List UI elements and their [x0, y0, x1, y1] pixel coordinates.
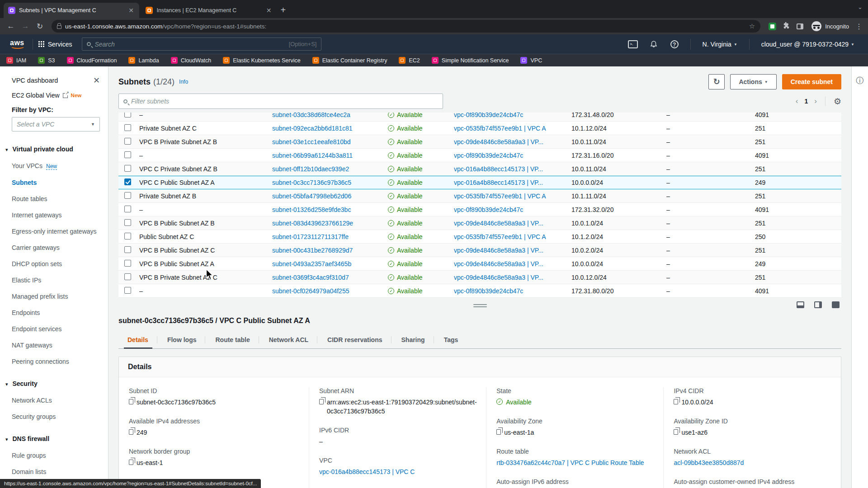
refresh-button[interactable]: ↻ [708, 74, 725, 89]
sidebar-item[interactable]: DNS firewall [5, 435, 100, 444]
row-checkbox[interactable] [124, 246, 131, 253]
subnet-id-link[interactable]: subnet-092eca2bb6d181c81 [272, 125, 388, 132]
favorite-service-link[interactable]: VPC [520, 57, 542, 64]
vpc-link[interactable]: vpc-09de4846c8e58a9a3 | VP... [454, 274, 571, 281]
row-checkbox[interactable] [124, 219, 131, 226]
reload-button[interactable]: ↻ [33, 22, 46, 31]
details-tab[interactable]: Tags [435, 332, 467, 348]
vpc-link[interactable]: vpc-0f890b39de24cb47c [454, 113, 571, 118]
notifications-bell-icon[interactable] [643, 40, 664, 48]
table-row[interactable]: Private Subnet AZ B subnet-05bfa47998eb6… [118, 189, 841, 203]
page-number[interactable]: 1 [804, 98, 808, 105]
subnet-id-link[interactable]: subnet-0493a2357aef3465b [272, 260, 388, 267]
actions-button[interactable]: Actions▼ [730, 74, 776, 89]
sidebar-item[interactable]: Endpoints [12, 309, 100, 317]
sidebar-item[interactable]: Security groups [12, 413, 100, 421]
sidebar-item[interactable]: Carrier gateways [12, 244, 100, 252]
next-page-button[interactable]: › [814, 97, 817, 106]
table-row[interactable]: VPC B Public Subnet AZ C subnet-00c431be… [118, 244, 841, 257]
table-row[interactable]: VPC B Private Subnet AZ C subnet-0369f3c… [118, 271, 841, 284]
sidebar-item[interactable]: Egress-only internet gateways [12, 227, 100, 236]
sidebar-item[interactable]: Your VPCsNew [12, 162, 100, 171]
copy-icon[interactable] [674, 429, 678, 435]
row-checkbox[interactable] [124, 138, 131, 145]
new-tab-button[interactable]: + [280, 5, 286, 15]
help-icon[interactable]: ? [664, 40, 685, 48]
vpc-link[interactable]: vpc-09de4846c8e58a9a3 | VP... [454, 138, 571, 145]
details-tab[interactable]: CIDR reservations [318, 332, 392, 348]
extension-icon[interactable] [769, 23, 776, 30]
row-checkbox[interactable] [124, 233, 131, 239]
row-checkbox[interactable] [124, 273, 131, 280]
copy-icon[interactable] [496, 429, 501, 435]
favorite-service-link[interactable]: Simple Notification Service [432, 57, 509, 64]
layout-bottom-panel-icon[interactable] [797, 301, 804, 308]
subnet-id-link[interactable]: subnet-0ff12b10daec939e2 [272, 165, 388, 173]
vpc-link[interactable]: vpc-0f890b39de24cb47c [454, 206, 571, 213]
table-row[interactable]: Private Subnet AZ C subnet-092eca2bb6d18… [118, 122, 841, 135]
back-button[interactable]: ← [5, 22, 17, 31]
copy-icon[interactable] [674, 399, 678, 404]
sidebar-item[interactable]: Security [5, 380, 100, 389]
row-checkbox[interactable] [124, 260, 131, 267]
filter-subnets-input[interactable]: Filter subnets [118, 94, 443, 109]
vpc-filter-select[interactable]: Select a VPC ▼ [12, 117, 100, 131]
forward-button[interactable]: → [19, 22, 32, 31]
row-checkbox[interactable] [124, 113, 131, 117]
sidebar-item[interactable]: Network ACLs [12, 396, 100, 405]
table-row[interactable]: – subnet-06b99a61244b3a811 ✓Available vp… [118, 149, 841, 162]
row-checkbox[interactable] [124, 124, 131, 131]
table-row[interactable]: VPC B Public Subnet AZ A subnet-0493a235… [118, 257, 841, 271]
sidebar-item[interactable]: Rule groups [12, 451, 100, 460]
favorite-service-link[interactable]: CloudFormation [67, 57, 117, 64]
address-bar[interactable]: us-east-1.console.aws.amazon.com/vpc/hom… [52, 20, 760, 33]
favorite-service-link[interactable]: S3 [38, 57, 55, 64]
subnet-id-link[interactable]: subnet-0c3cc7136c97b36c5 [272, 179, 388, 186]
vpc-link[interactable]: vpc-0f890b39de24cb47c [454, 152, 571, 159]
vpc-link[interactable]: vpc-0535fb74f557ee9b1 | VPC A [454, 233, 571, 240]
subnet-id-link[interactable]: subnet-083d439623766129e [272, 220, 388, 227]
vpc-link[interactable]: vpc-016a4b88ecc145173 | VP... [454, 165, 571, 173]
sidebar-item[interactable]: Subnets [12, 178, 100, 187]
table-row[interactable]: VPC B Private Subnet AZ B subnet-03e1cc1… [118, 135, 841, 149]
sidebar-item[interactable]: Domain lists [12, 468, 100, 476]
services-menu[interactable]: Services [38, 41, 72, 48]
sidebar-ec2-global-view-link[interactable]: EC2 Global View [12, 92, 60, 99]
tab-close-icon[interactable]: ✕ [265, 7, 273, 14]
vpc-link[interactable]: vpc-0535fb74f557ee9b1 | VPC A [454, 192, 571, 200]
sidebar-item[interactable]: Route tables [12, 195, 100, 203]
browser-menu-icon[interactable]: ⋮ [854, 22, 863, 31]
sidebar-item[interactable]: Endpoint services [12, 325, 100, 333]
sidebar-item[interactable]: Internet gateways [12, 211, 100, 220]
vpc-link[interactable]: vpc-0535fb74f557ee9b1 | VPC A [454, 125, 571, 132]
table-row[interactable]: – subnet-03dc38d68fce4ec2a ✓Available vp… [118, 113, 841, 122]
details-tab[interactable]: Sharing [392, 332, 434, 348]
favorite-service-link[interactable]: IAM [6, 57, 26, 64]
splitter-drag-handle[interactable] [473, 304, 487, 307]
create-subnet-button[interactable]: Create subnet [782, 74, 841, 89]
favorite-service-link[interactable]: Elastic Kubernetes Service [223, 57, 300, 64]
browser-tab[interactable]: Instances | EC2 Management C ✕ [141, 3, 277, 18]
subnet-id-link[interactable]: subnet-03dc38d68fce4ec2a [272, 113, 388, 118]
tab-search-chevron-icon[interactable]: ⌄ [858, 4, 863, 10]
row-checkbox[interactable] [124, 165, 131, 172]
row-checkbox[interactable] [124, 287, 131, 294]
copy-icon[interactable] [129, 460, 133, 465]
table-row[interactable]: VPC C Public Subnet AZ A subnet-0c3cc713… [118, 176, 841, 189]
layout-side-panel-icon[interactable] [814, 301, 822, 308]
details-tab[interactable]: Route table [206, 332, 259, 348]
table-row[interactable]: Public Subnet AZ C subnet-01723112711317… [118, 230, 841, 244]
sidebar-item[interactable]: NAT gateways [12, 341, 100, 350]
subnet-id-link[interactable]: subnet-05bfa47998eb62d06 [272, 192, 388, 200]
vpc-link[interactable]: vpc-09de4846c8e58a9a3 | VP... [454, 260, 571, 267]
layout-full-table-icon[interactable] [832, 301, 840, 308]
favorite-service-link[interactable]: CloudWatch [171, 57, 212, 64]
sidebar-item[interactable]: Elastic IPs [12, 276, 100, 285]
subnet-id-link[interactable]: subnet-01723112711317ffe [272, 233, 388, 240]
browser-tab[interactable]: Subnets | VPC Management C ✕ [4, 3, 139, 18]
copy-icon[interactable] [129, 429, 133, 435]
table-settings-gear-icon[interactable]: ⚙ [834, 96, 841, 107]
table-row[interactable]: VPC B Public Subnet AZ B subnet-083d4396… [118, 216, 841, 230]
copy-icon[interactable] [129, 399, 133, 404]
subnet-id-link[interactable]: subnet-0369f3c4ac9f310d7 [272, 274, 388, 281]
